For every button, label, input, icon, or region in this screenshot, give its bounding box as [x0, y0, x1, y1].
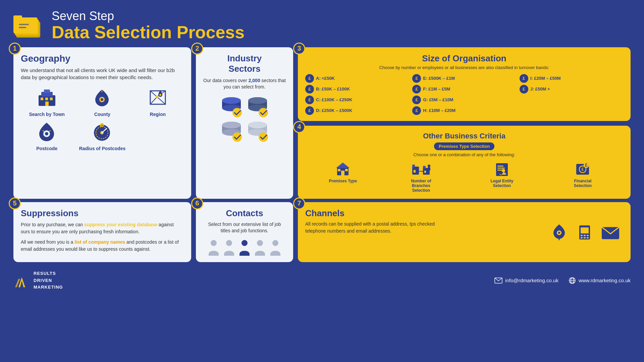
location-channel-icon	[550, 223, 569, 241]
svg-rect-82	[581, 228, 589, 234]
step5-title: Suppressions	[21, 208, 184, 219]
svg-point-49	[259, 132, 268, 142]
step7-badge: 7	[293, 197, 305, 209]
svg-rect-5	[13, 15, 22, 19]
svg-point-43	[222, 122, 241, 128]
step3-subtitle: Choose by number or employees or all bus…	[305, 65, 623, 70]
size-band-g: £ G: £5M – £10M	[412, 96, 516, 104]
step6-contacts-card: 6 Contacts Select from our extensive lis…	[196, 202, 293, 262]
region-label: Region	[150, 112, 166, 117]
pound-icon-h: £	[412, 106, 421, 115]
size-bands-grid: £ A: <£50K £ E: £500K – £1M £ I: £20M – …	[305, 74, 623, 115]
step1-title: Geography	[21, 53, 184, 64]
svg-rect-66	[497, 168, 505, 169]
svg-point-38	[248, 97, 267, 104]
svg-point-76	[241, 240, 248, 246]
svg-rect-14	[45, 102, 49, 106]
step3-title: Size of Organisation	[305, 53, 623, 64]
svg-point-21	[45, 132, 48, 135]
pound-icon-c: £	[305, 96, 314, 104]
svg-rect-54	[345, 169, 348, 171]
svg-point-34	[232, 108, 242, 117]
footer-logo-text: RESULTSDRIVENMARKETING	[34, 270, 63, 291]
geo-item-region: Region	[132, 86, 184, 117]
channel-icons	[550, 223, 621, 241]
svg-rect-65	[497, 166, 503, 167]
step2-industry-card: 2 IndustrySectors Our data covers over 2…	[196, 47, 293, 199]
radius-label: Radius of Postcodes	[79, 146, 125, 151]
biz-legal-entity: Legal Entity Selection	[485, 161, 519, 188]
biz-premises-type: Premises Type	[329, 161, 357, 183]
svg-rect-56	[412, 165, 415, 167]
step1-geography-card: 1 Geography We understand that not all c…	[13, 47, 191, 199]
database-icons	[220, 96, 269, 142]
svg-rect-53	[338, 169, 340, 171]
step2-highlight: 2,000	[249, 78, 260, 83]
svg-text:£: £	[585, 162, 588, 168]
step5-badge: 5	[9, 197, 21, 209]
size-band-j: £ J: £50M +	[520, 85, 623, 94]
svg-point-39	[259, 108, 268, 117]
step1-description: We understand that not all clients work …	[21, 67, 184, 81]
step2-description: Our data covers over 2,000 sectors that …	[203, 77, 286, 90]
svg-marker-90	[18, 277, 25, 287]
step6-description: Select from our extensive list of job ti…	[203, 221, 286, 234]
svg-point-78	[272, 240, 278, 246]
premises-type-badge: Premises Type Selection	[434, 142, 494, 150]
header: Seven Step Data Selection Process	[0, 0, 644, 45]
header-title: Data Selection Process	[52, 23, 245, 42]
pound-icon-j: £	[520, 85, 528, 94]
footer-email: info@rdmarketing.co.uk	[494, 278, 558, 284]
svg-text:£: £	[582, 167, 584, 172]
globe-footer-icon	[569, 277, 576, 284]
svg-point-80	[558, 232, 560, 234]
geo-item-postcode: Postcode	[21, 120, 73, 151]
svg-rect-6	[19, 24, 29, 25]
biz-branches-label: Number of Branches Selection	[404, 179, 438, 193]
step5-para2: All we need from you is a list of compan…	[21, 239, 184, 253]
email-footer-icon	[494, 278, 502, 284]
svg-point-61	[428, 165, 430, 167]
step3-size-card: 3 Size of Organisation Choose by number …	[298, 47, 631, 121]
footer: RESULTSDRIVENMARKETING info@rdmarketing.…	[0, 266, 644, 291]
rdm-logo-icon	[13, 274, 30, 287]
step7-channels-card: 7 Channels All records can be supplied w…	[298, 202, 631, 262]
step6-title: Contacts	[226, 208, 263, 219]
svg-point-33	[222, 97, 241, 104]
people-icons-row	[207, 239, 282, 256]
step4-business-card: 4 Other Business Criteria Premises Type …	[298, 126, 631, 199]
svg-point-68	[502, 169, 505, 172]
step2-title: IndustrySectors	[227, 53, 262, 74]
town-label: Search by Town	[29, 112, 65, 117]
geo-item-county: County	[76, 86, 128, 117]
svg-point-77	[257, 240, 263, 246]
step2-badge: 2	[191, 43, 203, 55]
svg-rect-11	[41, 98, 43, 100]
step5-suppressions-card: 5 Suppressions Prior to any purchase, we…	[13, 202, 191, 262]
footer-email-text: info@rdmarketing.co.uk	[505, 278, 558, 283]
biz-branches: Number of Branches Selection	[404, 161, 438, 193]
pound-icon-a: £	[305, 74, 314, 83]
postcode-icon	[35, 120, 59, 144]
svg-point-19	[159, 94, 161, 96]
svg-rect-52	[341, 171, 344, 175]
email-channel-icon	[600, 224, 621, 240]
svg-rect-85	[587, 235, 589, 236]
step6-badge: 6	[191, 197, 203, 209]
svg-rect-12	[45, 98, 48, 100]
svg-rect-88	[587, 237, 589, 239]
size-band-e: £ E: £500K – £1M	[412, 74, 516, 83]
size-band-b: £ B: £50K – £100K	[305, 85, 409, 94]
svg-point-18	[156, 96, 158, 98]
size-band-f: £ F: £1M – £5M	[412, 85, 516, 94]
header-title-block: Seven Step Data Selection Process	[52, 9, 245, 42]
svg-rect-7	[19, 27, 26, 28]
pound-icon-d: £	[305, 106, 314, 115]
svg-rect-59	[423, 166, 426, 169]
step4-icons-row: Premises Type Number of Branches Selecti…	[305, 161, 623, 193]
pound-icon-i: £	[520, 74, 528, 83]
telephone-channel-icon	[575, 223, 594, 241]
svg-point-75	[226, 240, 232, 246]
footer-website-text: www.rdmarketing.co.uk	[579, 278, 631, 283]
pound-icon-f: £	[412, 85, 421, 94]
